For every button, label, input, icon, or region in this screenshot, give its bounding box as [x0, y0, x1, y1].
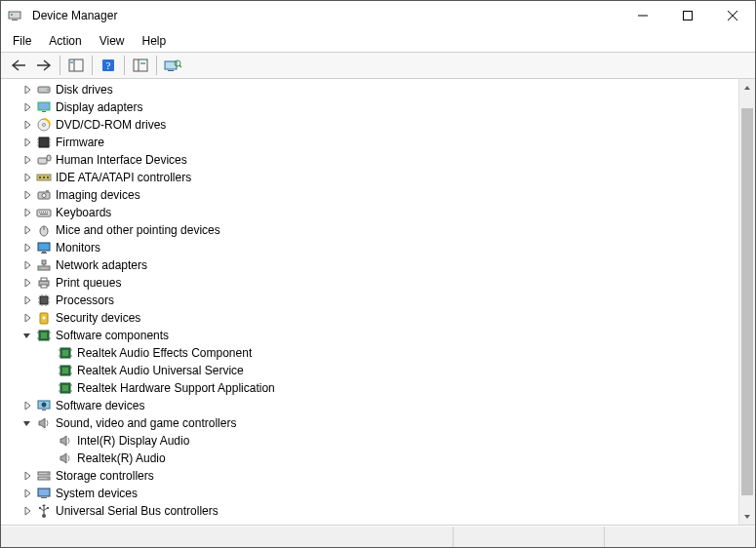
- tree-node[interactable]: Firmware: [1, 134, 738, 151]
- tree-node[interactable]: Universal Serial Bus controllers: [1, 502, 738, 520]
- scroll-down-button[interactable]: [739, 508, 756, 525]
- tree-node[interactable]: Monitors: [1, 239, 738, 256]
- svg-point-71: [43, 317, 46, 320]
- close-button[interactable]: [710, 1, 755, 30]
- device-tree[interactable]: Disk drivesDisplay adaptersDVD/CD-ROM dr…: [1, 79, 738, 525]
- svg-point-110: [39, 507, 41, 509]
- tree-node-label: Keyboards: [56, 204, 111, 221]
- tree-node[interactable]: Realtek(R) Audio: [1, 450, 738, 467]
- svg-rect-14: [140, 62, 145, 64]
- properties-button[interactable]: [129, 55, 152, 76]
- svg-rect-4: [684, 12, 693, 20]
- back-button[interactable]: [7, 55, 30, 76]
- tree-node[interactable]: Human Interface Devices: [1, 151, 738, 169]
- expand-icon[interactable]: [20, 206, 34, 219]
- minimize-button[interactable]: [620, 1, 665, 30]
- expander-placeholder: [42, 364, 56, 377]
- menu-action[interactable]: Action: [41, 32, 89, 50]
- tree-node[interactable]: Realtek Audio Effects Component: [1, 344, 738, 362]
- tree-node[interactable]: Storage controllers: [1, 467, 738, 485]
- svg-rect-9: [70, 61, 73, 63]
- expand-icon[interactable]: [20, 258, 34, 272]
- tree-node[interactable]: Processors: [1, 292, 738, 309]
- expand-icon[interactable]: [20, 469, 34, 483]
- tree-node-label: Realtek Audio Effects Component: [77, 344, 252, 362]
- toolbar: ?: [1, 52, 755, 79]
- menu-file[interactable]: File: [5, 32, 39, 50]
- tree-node[interactable]: Software components: [1, 327, 738, 344]
- expand-icon[interactable]: [20, 171, 34, 184]
- scroll-up-button[interactable]: [739, 79, 756, 96]
- svg-point-103: [47, 473, 48, 474]
- tree-node[interactable]: Realtek Hardware Support Application: [1, 379, 738, 397]
- scan-hardware-button[interactable]: [161, 55, 184, 76]
- svg-rect-43: [41, 212, 42, 213]
- expand-icon[interactable]: [20, 118, 34, 132]
- keyboard-icon: [36, 205, 52, 220]
- scrollbar-track[interactable]: [739, 96, 755, 508]
- expander-placeholder: [42, 451, 56, 465]
- tree-node-label: Realtek Hardware Support Application: [77, 379, 275, 397]
- tree-node-label: Monitors: [56, 239, 100, 256]
- tree-node-label: Processors: [56, 292, 114, 309]
- expand-icon[interactable]: [20, 100, 34, 114]
- tree-node[interactable]: Network adapters: [1, 256, 738, 274]
- tree-node[interactable]: Security devices: [1, 309, 738, 327]
- swcomp-icon: [58, 363, 73, 378]
- svg-rect-100: [42, 410, 46, 411]
- collapse-icon[interactable]: [20, 329, 34, 342]
- tree-node[interactable]: Realtek Audio Universal Service: [1, 362, 738, 379]
- expand-icon[interactable]: [20, 83, 34, 97]
- expand-icon[interactable]: [20, 188, 34, 202]
- maximize-button[interactable]: [665, 1, 710, 30]
- tree-node[interactable]: Display adapters: [1, 98, 738, 116]
- expand-icon[interactable]: [20, 399, 34, 412]
- tree-node[interactable]: IDE ATA/ATAPI controllers: [1, 169, 738, 186]
- svg-rect-73: [41, 333, 47, 338]
- network-icon: [36, 257, 52, 273]
- tree-node[interactable]: Intel(R) Display Audio: [1, 432, 738, 450]
- expand-icon[interactable]: [20, 487, 34, 500]
- svg-point-57: [47, 267, 48, 268]
- tree-node-label: IDE ATA/ATAPI controllers: [56, 169, 191, 186]
- forward-button[interactable]: [32, 55, 56, 76]
- tree-node[interactable]: Software devices: [1, 397, 738, 414]
- tree-node[interactable]: DVD/CD-ROM drives: [1, 116, 738, 134]
- menu-view[interactable]: View: [92, 32, 133, 50]
- expand-icon[interactable]: [20, 504, 34, 518]
- tree-node[interactable]: Sound, video and game controllers: [1, 414, 738, 432]
- tree-node[interactable]: Disk drives: [1, 81, 738, 98]
- window-title: Device Manager: [32, 9, 117, 22]
- vertical-scrollbar[interactable]: [738, 79, 755, 525]
- collapse-icon[interactable]: [20, 416, 34, 430]
- tree-node[interactable]: Imaging devices: [1, 186, 738, 204]
- tree-node[interactable]: System devices: [1, 485, 738, 502]
- svg-rect-21: [38, 102, 50, 110]
- tree-node[interactable]: Print queues: [1, 274, 738, 292]
- expand-icon[interactable]: [20, 311, 34, 325]
- expand-icon[interactable]: [20, 223, 34, 237]
- swcomp-icon: [58, 345, 73, 361]
- menu-help[interactable]: Help: [135, 32, 175, 50]
- expand-icon[interactable]: [20, 241, 34, 254]
- app-icon: [7, 8, 22, 23]
- expand-icon[interactable]: [20, 136, 34, 149]
- help-button[interactable]: ?: [97, 55, 120, 76]
- svg-rect-35: [39, 176, 41, 178]
- svg-rect-25: [39, 137, 49, 147]
- tree-node-label: Storage controllers: [56, 467, 154, 485]
- tree-node-label: Imaging devices: [56, 186, 140, 204]
- swcomp-icon: [58, 380, 73, 396]
- sound-icon: [36, 415, 52, 431]
- tree-node[interactable]: Mice and other pointing devices: [1, 221, 738, 239]
- expand-icon[interactable]: [20, 276, 34, 290]
- tree-node-label: Universal Serial Bus controllers: [56, 502, 219, 520]
- expand-icon[interactable]: [20, 294, 34, 307]
- scrollbar-thumb[interactable]: [741, 108, 753, 496]
- sound-icon: [58, 433, 73, 449]
- show-hide-tree-button[interactable]: [64, 55, 88, 76]
- tree-node[interactable]: Keyboards: [1, 204, 738, 221]
- tree-node-label: Sound, video and game controllers: [56, 414, 236, 432]
- display-icon: [36, 99, 52, 115]
- expand-icon[interactable]: [20, 153, 34, 167]
